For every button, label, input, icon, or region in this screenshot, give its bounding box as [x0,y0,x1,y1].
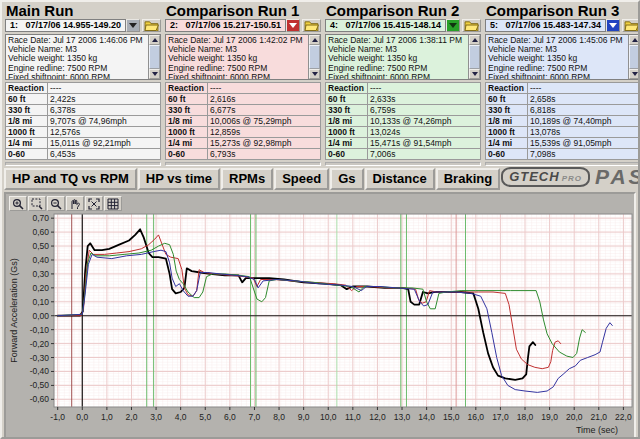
open-run-button[interactable] [142,19,161,32]
arrow-down-icon [472,72,478,76]
y-axis-label: Forward Acceleration (Gs) [9,258,19,363]
combo-dropdown-button[interactable] [286,19,300,32]
stat-label: 1/4 mi [486,138,528,149]
scroll-down-button[interactable] [149,69,160,79]
scroll-down-button[interactable] [629,69,640,79]
stat-value: 12,576s [48,127,161,138]
stat-value: 10,189s @ 74,40mph [528,116,640,127]
grid-toggle-button[interactable] [104,196,122,211]
scrollbar-track[interactable] [149,45,160,69]
folder-icon [464,20,479,31]
stat-label: 60 ft [166,94,208,105]
stat-row: 1000 ft12,576s [6,127,161,138]
chart-panel: -1,00,01,02,03,04,05,06,07,08,09,010,011… [4,192,636,439]
scroll-down-button[interactable] [309,69,320,79]
horizontal-scrollbar[interactable] [325,162,481,166]
run-info-box[interactable]: Race Date: Jul 17 2006 1:45:06 PM Vehicl… [485,34,640,80]
stat-label: 1000 ft [6,127,48,138]
scroll-up-button[interactable] [469,35,480,45]
stat-row: 1000 ft13,024s [326,127,481,138]
scrollbar-thumb[interactable] [469,45,480,69]
horizontal-scrollbar[interactable] [165,162,321,166]
scroll-down-button[interactable] [469,69,480,79]
info-line: Fixed shiftpoint: 6000 RPM [328,73,466,80]
run-info-box[interactable]: Race Date: Jul 17 2006 1:38:11 PM Vehicl… [325,34,481,80]
stat-row: 1/4 mi15,273s @ 92,98mph [166,138,321,149]
tab-distance[interactable]: Distance [365,168,435,190]
y-tick-label: 0,70 [32,213,49,223]
combo-dropdown-button[interactable] [446,19,460,32]
x-tick-label: 2,0 [126,412,138,422]
stat-label: 1/8 mi [6,116,48,127]
scroll-up-button[interactable] [149,35,160,45]
zoom-in-button[interactable] [9,196,27,211]
y-tick-label: 0,00 [32,311,49,321]
chevron-down-icon [449,23,457,28]
combo-dropdown-button[interactable] [606,19,620,32]
stat-label: 330 ft [326,105,368,116]
tab-rpms[interactable]: RPMs [221,168,273,190]
zoom-window-button[interactable] [28,196,46,211]
scrollbar[interactable] [468,35,480,79]
info-line: Fixed shiftpoint: 6000 RPM [168,73,306,80]
chart-svg[interactable]: -1,00,01,02,03,04,05,06,07,08,09,010,011… [8,211,640,439]
x-tick-label: 5,0 [199,412,211,422]
x-tick-label: 8,0 [273,412,285,422]
stat-row: 1/8 mi9,707s @ 74,96mph [6,116,161,127]
stat-row: 60 ft2,658s [486,94,640,105]
fit-view-button[interactable] [85,196,103,211]
stat-row: 330 ft6,818s [486,105,640,116]
tab-speed[interactable]: Speed [274,168,329,190]
x-tick-label: -1,0 [50,412,65,422]
y-tick-label: 0,60 [32,227,49,237]
tab-hp-tq-vs-rpm[interactable]: HP and TQ vs RPM [4,168,137,190]
scrollbar[interactable] [628,35,640,79]
stat-value: 10,006s @ 75,29mph [208,116,321,127]
run-select-combobox[interactable]: 1: 07/17/06 14.955-149.20 [5,19,126,32]
view-tabs: HP and TQ vs RPM HP vs time RPMs Speed G… [2,166,638,190]
scrollbar-track[interactable] [309,45,320,69]
scrollbar[interactable] [148,35,160,79]
run-panel-comparison-3: Comparison Run 3 5: 07/17/06 15.483-147.… [484,3,640,166]
logo-gtech-text: GTECH [509,169,560,184]
stat-row: 330 ft6,759s [326,105,481,116]
run-select-combobox[interactable]: 5: 07/17/06 15.483-147.34 [485,19,606,32]
stat-label: 60 ft [486,94,528,105]
stat-label: Reaction [326,83,368,94]
folder-icon [144,20,159,31]
run-stats-table: Reaction----60 ft2,633s330 ft6,759s1/8 m… [325,82,481,160]
y-tick-label: -0,40 [30,366,50,376]
x-tick-label: 1,0 [101,412,113,422]
scrollbar-thumb[interactable] [309,45,320,69]
scrollbar-thumb[interactable] [149,45,160,69]
x-tick-label: 14,0 [418,412,435,422]
zoom-out-button[interactable] [47,196,65,211]
tab-braking[interactable]: Braking [436,168,500,190]
run-info-box[interactable]: Race Date: Jul 17 2006 1:46:06 PM Vehicl… [5,34,161,80]
combo-dropdown-button[interactable] [126,19,140,32]
run-select-combobox[interactable]: 4: 07/17/06 15.415-148.14 [325,19,446,32]
scrollbar-track[interactable] [629,45,640,69]
gs-vs-time-chart[interactable]: -1,00,01,02,03,04,05,06,07,08,09,010,011… [8,211,632,439]
zoom-out-icon [50,198,62,210]
scrollbar-track[interactable] [469,45,480,69]
run-title: Comparison Run 2 [324,3,482,18]
run-select-combobox[interactable]: 2: 07/17/06 15.217-150.51 [165,19,286,32]
scrollbar[interactable] [308,35,320,79]
scroll-up-button[interactable] [629,35,640,45]
open-run-button[interactable] [462,19,481,32]
x-axis-label: Time (sec) [576,425,618,435]
open-run-button[interactable] [622,19,640,32]
horizontal-scrollbar[interactable] [5,162,161,166]
pan-hand-button[interactable] [66,196,84,211]
scroll-up-button[interactable] [309,35,320,45]
chart-toolbar [8,195,632,211]
scrollbar-thumb[interactable] [629,45,640,69]
tab-gs[interactable]: Gs [330,168,363,190]
run-info-box[interactable]: Race Date: Jul 17 2006 1:42:02 PM Vehicl… [165,34,321,80]
tab-hp-vs-time[interactable]: HP vs time [138,168,220,190]
stat-value: ---- [368,83,481,94]
open-run-button[interactable] [302,19,321,32]
stat-value: 2,616s [208,94,321,105]
x-tick-label: 7,0 [249,412,261,422]
